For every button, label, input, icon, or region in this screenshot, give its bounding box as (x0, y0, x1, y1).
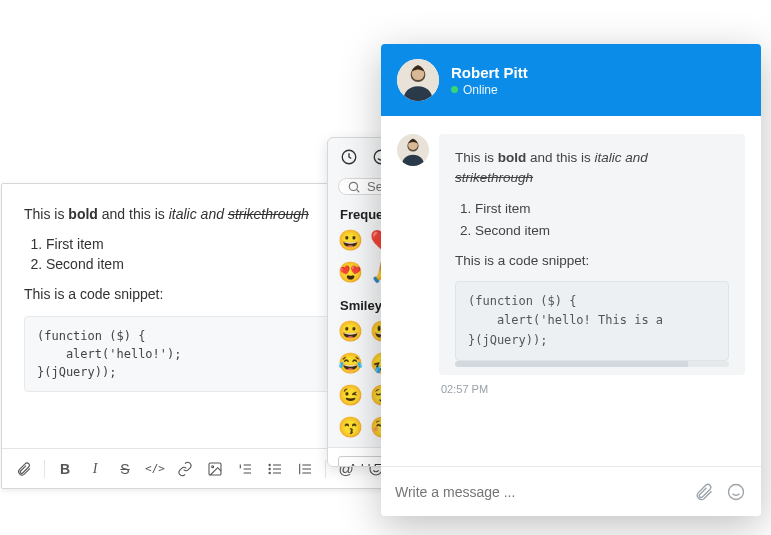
separator (325, 460, 326, 478)
emoji-item[interactable]: 😂 (336, 349, 364, 377)
avatar-icon (397, 134, 429, 166)
search-icon (347, 180, 361, 194)
link-icon (177, 461, 193, 477)
chat-header: Robert Pitt Online (381, 44, 761, 116)
chat-header-text: Robert Pitt Online (451, 64, 528, 97)
strike-glyph: S (120, 461, 129, 477)
contact-name: Robert Pitt (451, 64, 528, 81)
avatar (397, 59, 439, 101)
avatar-icon (397, 59, 439, 101)
code-button[interactable]: </> (141, 455, 169, 483)
svg-point-10 (269, 472, 270, 473)
quote-icon (297, 461, 313, 477)
chat-input-bar (381, 466, 761, 516)
svg-point-8 (269, 464, 270, 465)
svg-point-30 (729, 484, 744, 499)
attach-button[interactable] (693, 481, 715, 503)
code-block: (function ($) { alert('hello! This is a … (455, 281, 729, 361)
message-timestamp: 02:57 PM (441, 383, 745, 395)
status-indicator-icon (451, 86, 458, 93)
formatted-text-line: This is bold and this is italic and stri… (455, 148, 729, 189)
image-button[interactable] (201, 455, 229, 483)
chat-window: Robert Pitt Online This is bold and this… (381, 44, 761, 516)
code-label: This is a code snippet: (455, 251, 729, 271)
svg-line-23 (357, 189, 360, 192)
attach-button[interactable] (10, 455, 38, 483)
italic-text: italic and strikethrough (169, 206, 309, 222)
paperclip-icon (694, 482, 714, 502)
strikethrough-button[interactable]: S (111, 455, 139, 483)
quote-button[interactable] (291, 455, 319, 483)
list-item: Second item (475, 221, 729, 241)
avatar (397, 134, 429, 166)
chat-body: This is bold and this is italic and stri… (381, 116, 761, 466)
svg-point-9 (269, 468, 270, 469)
strikethrough-text: strikethrough (228, 206, 309, 222)
text: This is (455, 150, 498, 165)
ordered-list: First item Second item (475, 199, 729, 242)
ul-icon (267, 461, 283, 477)
text: This is (24, 206, 68, 222)
text: and this is (98, 206, 169, 222)
unordered-list-button[interactable] (261, 455, 289, 483)
strikethrough-text: strikethrough (455, 170, 533, 185)
italic-button[interactable]: I (81, 455, 109, 483)
paperclip-icon (16, 461, 32, 477)
clock-icon (340, 148, 358, 166)
text: and this is (526, 150, 594, 165)
link-button[interactable] (171, 455, 199, 483)
bold-button[interactable]: B (51, 455, 79, 483)
emoji-button[interactable] (725, 481, 747, 503)
ol-icon (237, 461, 253, 477)
status-label: Online (463, 83, 498, 97)
message-bubble: This is bold and this is italic and stri… (439, 134, 745, 375)
image-icon (207, 461, 223, 477)
emoji-item[interactable]: 😀 (336, 226, 364, 254)
svg-point-1 (212, 465, 214, 467)
list-item: First item (475, 199, 729, 219)
svg-point-22 (349, 182, 357, 190)
bold-text: bold (68, 206, 98, 222)
tab-recent[interactable] (338, 146, 360, 168)
message-input[interactable] (395, 484, 683, 500)
emoji-item[interactable]: 😉 (336, 381, 364, 409)
separator (44, 460, 45, 478)
emoji-item[interactable]: 😀 (336, 317, 364, 345)
message: This is bold and this is italic and stri… (397, 134, 745, 375)
emoji-item[interactable]: 😙 (336, 413, 364, 441)
emoji-item[interactable]: 😍 (336, 258, 364, 286)
contact-status: Online (451, 83, 528, 97)
bold-text: bold (498, 150, 527, 165)
ordered-list-button[interactable] (231, 455, 259, 483)
smile-icon (726, 482, 746, 502)
